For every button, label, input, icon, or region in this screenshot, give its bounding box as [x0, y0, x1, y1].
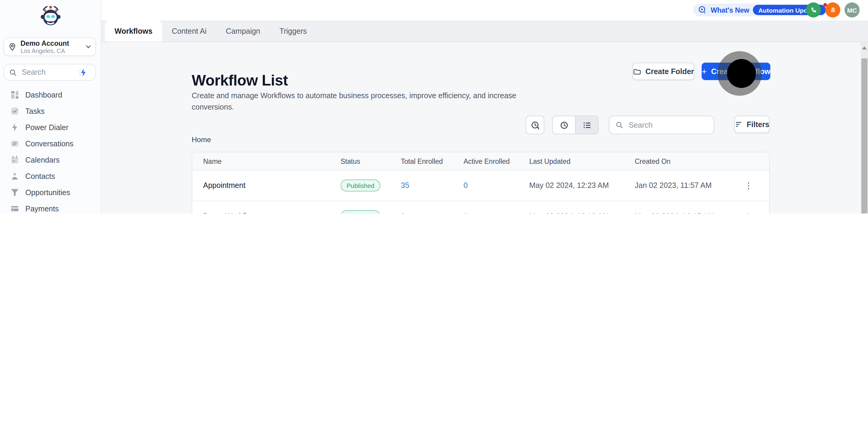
tab-content-ai[interactable]: Content Ai — [162, 21, 216, 41]
page-title: Workflow List — [192, 72, 288, 89]
dashboard-icon — [10, 90, 19, 100]
quick-actions-lightning-icon — [79, 68, 87, 77]
recent-view-button[interactable] — [553, 116, 575, 134]
workflow-name[interactable]: Demo Workflow — [203, 212, 341, 214]
sidebar-item-conversations[interactable]: Conversations — [2, 135, 98, 152]
table-search-input[interactable] — [627, 120, 702, 130]
history-button[interactable] — [526, 116, 544, 134]
tab-workflows[interactable]: Workflows — [105, 21, 162, 41]
sidebar-item-payments[interactable]: Payments — [2, 201, 98, 214]
scrollbar-thumb[interactable] — [861, 58, 867, 214]
account-location: Los Angeles, CA — [21, 47, 82, 54]
total-enrolled-link[interactable]: 35 — [401, 181, 464, 190]
view-toggle — [552, 116, 598, 134]
search-icon — [615, 121, 623, 129]
clock-icon — [559, 120, 569, 130]
workflow-table: Name Status Total Enrolled Active Enroll… — [192, 152, 770, 214]
sidebar-item-calendars[interactable]: Calendars — [2, 152, 98, 168]
whats-new-label: What's New — [711, 6, 749, 13]
last-updated: May 02 2024, 12:23 AM — [529, 181, 635, 190]
create-folder-button[interactable]: Create Folder — [632, 63, 694, 80]
history-icon — [530, 120, 540, 130]
active-enrolled-link[interactable]: 0 — [464, 212, 529, 214]
table-header: Name Status Total Enrolled Active Enroll… — [192, 152, 769, 170]
calendars-icon — [10, 155, 19, 165]
table-row[interactable]: Demo WorkflowPublished00May 02 2024, 12:… — [192, 201, 769, 214]
table-search[interactable] — [609, 116, 714, 134]
sidebar-item-tasks[interactable]: Tasks — [2, 103, 98, 119]
payments-icon — [10, 204, 19, 214]
row-menu-icon[interactable]: ⋮ — [744, 211, 753, 214]
page-description: Create and manage Workflows to automate … — [192, 90, 544, 113]
table-row[interactable]: AppointmentPublished350May 02 2024, 12:2… — [192, 170, 769, 201]
column-header-status: Status — [341, 158, 401, 165]
account-name: Demo Account — [21, 39, 82, 47]
list-icon — [582, 120, 592, 130]
total-enrolled-link[interactable]: 0 — [401, 212, 464, 214]
app-window: Demo Account Los Angeles, CA DashboardTa… — [0, 0, 868, 214]
active-enrolled-link[interactable]: 0 — [464, 181, 529, 190]
breadcrumb[interactable]: Home — [192, 135, 211, 144]
power-dialer-icon — [10, 123, 19, 132]
plus-icon: + — [702, 66, 707, 76]
user-avatar[interactable]: MC — [844, 2, 860, 18]
vertical-scrollbar[interactable] — [861, 42, 868, 214]
status-badge: Published — [341, 179, 380, 192]
create-workflow-button[interactable]: + Create Workflow — [702, 63, 770, 80]
location-pin-icon — [8, 42, 17, 51]
table-body: AppointmentPublished350May 02 2024, 12:2… — [192, 170, 769, 214]
phone-button[interactable] — [806, 2, 821, 18]
app-logo — [40, 5, 61, 28]
row-menu-icon[interactable]: ⋮ — [744, 181, 753, 190]
sidebar-search-input[interactable] — [21, 67, 75, 77]
chevron-down-icon — [85, 43, 92, 50]
status-badge: Published — [341, 210, 380, 214]
filter-icon — [735, 121, 743, 128]
column-header-total-enrolled: Total Enrolled — [401, 158, 464, 165]
sidebar-item-contacts[interactable]: Contacts — [2, 168, 98, 184]
notifications-button[interactable] — [825, 2, 840, 18]
sidebar-nav-main: DashboardTasksPower DialerConversationsC… — [0, 87, 101, 214]
sidebar-search[interactable] — [4, 64, 96, 81]
tab-campaign[interactable]: Campaign — [216, 21, 270, 41]
tasks-icon — [10, 106, 19, 116]
sidebar: Demo Account Los Angeles, CA DashboardTa… — [0, 0, 101, 214]
opportunities-icon — [10, 188, 19, 197]
sidebar-item-dashboard[interactable]: Dashboard — [2, 87, 98, 103]
filters-button[interactable]: Filters — [734, 116, 770, 133]
sidebar-item-opportunities[interactable]: Opportunities — [2, 184, 98, 201]
created-on: Jan 02 2023, 11:57 AM — [635, 181, 738, 190]
column-header-last-updated: Last Updated — [529, 158, 635, 165]
phone-icon — [809, 6, 818, 14]
search-icon — [9, 68, 17, 76]
conversations-icon — [10, 139, 19, 149]
bell-icon — [829, 6, 837, 14]
tab-list: WorkflowsContent AiCampaignTriggers — [101, 21, 868, 42]
list-view-button[interactable] — [575, 116, 598, 134]
column-header-name: Name — [203, 158, 341, 165]
column-header-created-on: Created On — [635, 158, 738, 165]
folder-icon — [632, 67, 641, 75]
created-on: May 02 2024, 12:15 AM — [635, 212, 738, 214]
column-header-active-enrolled: Active Enrolled — [464, 158, 529, 165]
main-content: Workflow List Create and manage Workflow… — [101, 42, 868, 214]
account-selector[interactable]: Demo Account Los Angeles, CA — [4, 37, 96, 56]
sidebar-item-power-dialer[interactable]: Power Dialer — [2, 119, 98, 135]
whats-new-play-icon — [698, 5, 707, 14]
topbar: What's New Automation Updates MC — [101, 0, 868, 21]
scroll-up-arrow-icon[interactable] — [862, 46, 867, 50]
tab-triggers[interactable]: Triggers — [270, 21, 316, 41]
last-updated: May 02 2024, 12:18 AM — [529, 212, 635, 214]
contacts-icon — [10, 171, 19, 181]
workflow-name[interactable]: Appointment — [203, 181, 341, 190]
